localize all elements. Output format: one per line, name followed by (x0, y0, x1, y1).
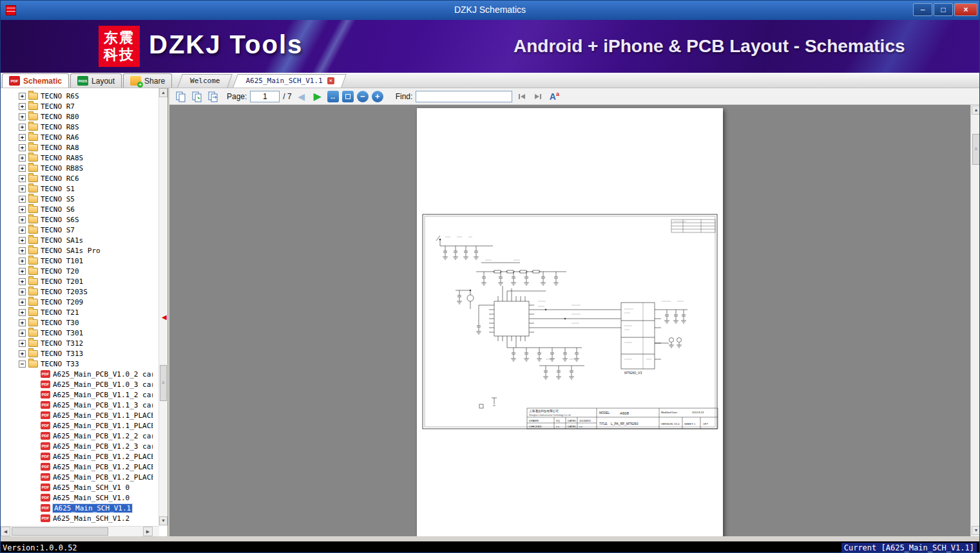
page-copy-icon[interactable] (175, 90, 187, 103)
scrollbar-thumb[interactable]: ≡ (160, 365, 167, 401)
expand-icon[interactable]: + (19, 227, 26, 234)
file-label[interactable]: A625_Main_PCB_V1.2_PLACEM (53, 463, 153, 471)
folder-label[interactable]: TECNO T203S (41, 288, 88, 296)
folder-label[interactable]: TECNO S6S (41, 216, 79, 224)
expand-icon[interactable]: + (19, 206, 26, 213)
file-label[interactable]: A625_Main_PCB_V1.1_PLACEM (53, 411, 153, 420)
expand-icon[interactable]: + (19, 175, 26, 182)
folder-label[interactable]: TECNO RC6 (41, 174, 79, 183)
tree-folder[interactable]: +TECNO S6S (2, 214, 153, 225)
tree-file[interactable]: PDFA625_Main_PCB_V1.1_3 car (2, 400, 153, 410)
tree-folder[interactable]: +TECNO T301 (2, 328, 153, 338)
zoom-in-button[interactable]: + (372, 91, 383, 102)
tree-file[interactable]: PDFA625_Main_SCH_V1.0 (2, 492, 153, 503)
folder-label[interactable]: TECNO S6 (41, 205, 75, 214)
tree-folder[interactable]: +TECNO RC6 (2, 173, 153, 183)
expand-icon[interactable]: + (19, 113, 26, 120)
multi-page-icon[interactable] (207, 90, 220, 103)
expand-icon[interactable]: + (19, 288, 26, 295)
tree-folder[interactable]: +TECNO R8S (2, 122, 153, 132)
file-label[interactable]: A625_Main_PCB_V1.0_3 car (53, 380, 153, 389)
expand-icon[interactable]: + (19, 196, 26, 203)
folder-label[interactable]: TECNO T101 (41, 257, 83, 265)
maximize-button[interactable]: □ (934, 3, 953, 16)
folder-label[interactable]: TECNO T312 (41, 339, 83, 348)
find-next-button[interactable] (532, 90, 544, 103)
expand-icon[interactable]: + (19, 93, 26, 100)
collapse-icon[interactable]: − (19, 361, 26, 368)
tree-folder[interactable]: +TECNO T313 (2, 348, 153, 359)
tree-folder[interactable]: +TECNO T203S (2, 286, 153, 297)
folder-label[interactable]: TECNO T301 (41, 329, 83, 337)
tree-file[interactable]: PDFA625_Main_SCH_V1 0 (2, 482, 153, 492)
tree-folder[interactable]: +TECNO T30 (2, 317, 153, 328)
tree-file[interactable]: PDFA625_Main_SCH_V1.2 (2, 513, 153, 523)
tree-folder[interactable]: +TECNO T201 (2, 276, 153, 286)
close-tab-icon[interactable]: × (327, 77, 334, 84)
folder-label[interactable]: TECNO S5 (41, 195, 75, 203)
folder-label[interactable]: TECNO T21 (41, 308, 79, 317)
folder-label[interactable]: TECNO R8S (41, 123, 79, 131)
tree-file[interactable]: PDFA625_Main_SCH_V1.1 (2, 503, 153, 513)
expand-icon[interactable]: + (19, 350, 26, 357)
expand-icon[interactable]: + (19, 165, 26, 172)
tree-horizontal-scrollbar[interactable]: ◀ ▶ (1, 526, 159, 536)
folder-label[interactable]: TECNO T20 (41, 267, 79, 276)
sidebar-collapse-arrow[interactable]: ◀ (162, 314, 167, 321)
tree-folder[interactable]: +TECNO T312 (2, 338, 153, 348)
expand-icon[interactable]: + (19, 268, 26, 275)
tree-folder[interactable]: +TECNO T21 (2, 307, 153, 317)
expand-icon[interactable]: + (19, 103, 26, 110)
tree-folder[interactable]: +TECNO SA1s Pro (2, 245, 153, 256)
expand-icon[interactable]: + (19, 247, 26, 254)
tree-folder[interactable]: +TECNO R80 (2, 111, 153, 122)
folder-label[interactable]: TECNO R80 (41, 113, 79, 121)
folder-label[interactable]: TECNO RA6 (41, 133, 79, 142)
tree-file[interactable]: PDFA625_Main_PCB_V1.2_PLACEM (2, 451, 153, 462)
tab-share[interactable]: + Share (123, 73, 172, 88)
file-label[interactable]: A625_Main_SCH_V1.0 (53, 494, 130, 502)
scrollbar-thumb[interactable] (12, 527, 108, 536)
tree-folder[interactable]: −TECNO T33 (2, 359, 153, 369)
tree-folder[interactable]: +TECNO R7 (2, 101, 153, 111)
tree-file[interactable]: PDFA625_Main_PCB_V1.0_2 car (2, 369, 153, 379)
file-label[interactable]: A625_Main_SCH_V1 0 (53, 483, 130, 492)
expand-icon[interactable]: + (19, 155, 26, 162)
expand-icon[interactable]: + (19, 278, 26, 285)
tab-welcome[interactable]: Welcome (177, 73, 233, 88)
file-label[interactable]: A625_Main_PCB_V1.2_PLACEM (53, 453, 153, 461)
folder-label[interactable]: TECNO RA8 (41, 144, 79, 152)
schematic-viewer[interactable]: MT6260_V3 上海通信科技有限公司 Shanghai Communicat… (169, 105, 970, 536)
tree-folder[interactable]: +TECNO S5 (2, 194, 153, 204)
file-label[interactable]: A625_Main_PCB_V1.1_3 car (53, 401, 153, 409)
tree-folder[interactable]: +TECNO RA8S (2, 153, 153, 163)
tree-folder[interactable]: +TECNO S7 (2, 225, 153, 235)
tree-folder[interactable]: +TECNO RA6 (2, 132, 153, 142)
scroll-right-icon[interactable]: ▶ (143, 527, 153, 536)
expand-icon[interactable]: + (19, 299, 26, 306)
tree-folder[interactable]: +TECNO S6 (2, 204, 153, 214)
find-previous-button[interactable] (515, 90, 528, 103)
fit-width-button[interactable]: ↔ (327, 91, 339, 102)
find-input[interactable] (416, 91, 512, 102)
file-label-selected[interactable]: A625_Main_SCH_V1.1 (53, 504, 132, 512)
prev-page-button[interactable]: ◀ (295, 90, 308, 103)
tree-file[interactable]: PDFA625_Main_PCB_V1.1_2 car (2, 389, 153, 400)
folder-label[interactable]: TECNO T33 (41, 360, 79, 368)
expand-icon[interactable]: + (19, 185, 26, 192)
folder-label[interactable]: TECNO RA8S (41, 154, 83, 162)
folder-label[interactable]: TECNO R6S (41, 92, 79, 100)
tab-schematic[interactable]: PDF Schematic (2, 73, 69, 88)
tree-folder[interactable]: +TECNO T101 (2, 256, 153, 266)
tree-folder[interactable]: +TECNO SA1s (2, 235, 153, 245)
scroll-up-icon[interactable]: ▲ (972, 106, 980, 115)
tab-document[interactable]: A625_Main_SCH_V1.1 × (233, 73, 347, 88)
tree-file[interactable]: PDFA625_Main_PCB_V1.1_PLACEM (2, 410, 153, 420)
page-number-input[interactable] (250, 91, 280, 102)
tree-folder[interactable]: +TECNO T209 (2, 297, 153, 307)
match-case-button[interactable]: Aa (548, 90, 561, 103)
tree-file[interactable]: PDFA625_Main_PCB_V1.2_PLACEM (2, 462, 153, 472)
scrollbar-thumb[interactable]: ≡ (972, 134, 980, 165)
expand-icon[interactable]: + (19, 340, 26, 347)
tree-folder[interactable]: +TECNO S1 (2, 183, 153, 194)
